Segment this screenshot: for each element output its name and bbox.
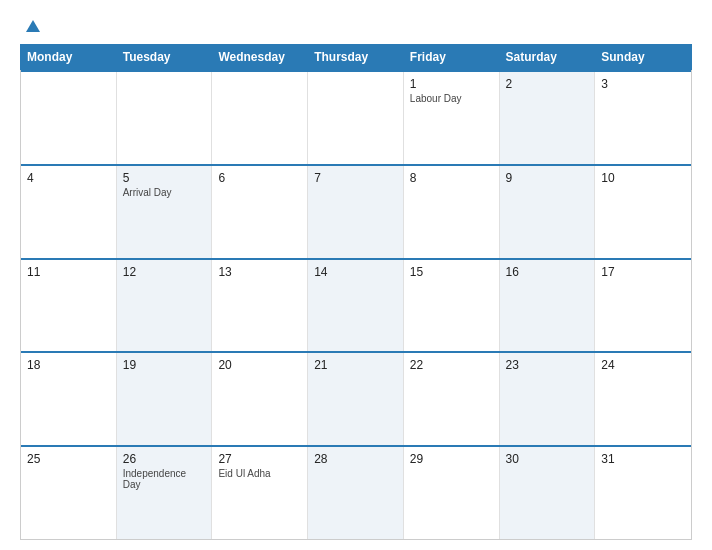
cell-date: 5: [123, 171, 206, 185]
cell-date: 15: [410, 265, 493, 279]
cell-date: 12: [123, 265, 206, 279]
cell-date: 1: [410, 77, 493, 91]
calendar-cell: 21: [308, 353, 404, 445]
calendar-cell: [308, 72, 404, 164]
calendar-cell: 2: [500, 72, 596, 164]
calendar-cell: 22: [404, 353, 500, 445]
calendar-cell: 26Independence Day: [117, 447, 213, 539]
cell-date: 25: [27, 452, 110, 466]
logo: [20, 18, 42, 36]
calendar: Monday Tuesday Wednesday Thursday Friday…: [20, 44, 692, 540]
calendar-cell: [212, 72, 308, 164]
calendar-cell: 4: [21, 166, 117, 258]
calendar-cell: 29: [404, 447, 500, 539]
cell-date: 16: [506, 265, 589, 279]
header-monday: Monday: [21, 45, 117, 69]
cell-date: 10: [601, 171, 685, 185]
header-wednesday: Wednesday: [212, 45, 308, 69]
calendar-cell: 10: [595, 166, 691, 258]
cell-date: 19: [123, 358, 206, 372]
cell-date: 22: [410, 358, 493, 372]
calendar-week-3: 11121314151617: [21, 258, 691, 352]
cell-date: 17: [601, 265, 685, 279]
calendar-cell: 20: [212, 353, 308, 445]
calendar-week-4: 18192021222324: [21, 351, 691, 445]
cell-date: 4: [27, 171, 110, 185]
calendar-week-1: 1Labour Day23: [21, 70, 691, 164]
calendar-cell: 7: [308, 166, 404, 258]
top-bar: [20, 18, 692, 36]
cell-date: 31: [601, 452, 685, 466]
cell-date: 3: [601, 77, 685, 91]
cell-event: Labour Day: [410, 93, 493, 104]
calendar-cell: 23: [500, 353, 596, 445]
cell-date: 24: [601, 358, 685, 372]
calendar-week-5: 2526Independence Day27Eid Ul Adha2829303…: [21, 445, 691, 539]
calendar-cell: 3: [595, 72, 691, 164]
calendar-cell: 6: [212, 166, 308, 258]
calendar-cell: 5Arrival Day: [117, 166, 213, 258]
cell-date: 9: [506, 171, 589, 185]
calendar-cell: 30: [500, 447, 596, 539]
calendar-cell: 1Labour Day: [404, 72, 500, 164]
calendar-cell: 14: [308, 260, 404, 352]
cell-event: Arrival Day: [123, 187, 206, 198]
calendar-cell: 19: [117, 353, 213, 445]
cell-date: 7: [314, 171, 397, 185]
cell-date: 18: [27, 358, 110, 372]
cell-date: 6: [218, 171, 301, 185]
cell-date: 29: [410, 452, 493, 466]
calendar-cell: 16: [500, 260, 596, 352]
header-tuesday: Tuesday: [117, 45, 213, 69]
header-saturday: Saturday: [500, 45, 596, 69]
calendar-cell: 17: [595, 260, 691, 352]
calendar-cell: 31: [595, 447, 691, 539]
cell-date: 13: [218, 265, 301, 279]
cell-date: 20: [218, 358, 301, 372]
cell-date: 11: [27, 265, 110, 279]
calendar-cell: [21, 72, 117, 164]
cell-date: 30: [506, 452, 589, 466]
header-sunday: Sunday: [595, 45, 691, 69]
svg-marker-0: [26, 20, 40, 32]
calendar-cell: 12: [117, 260, 213, 352]
cell-date: 23: [506, 358, 589, 372]
calendar-cell: [117, 72, 213, 164]
header-friday: Friday: [404, 45, 500, 69]
cell-date: 14: [314, 265, 397, 279]
calendar-page: Monday Tuesday Wednesday Thursday Friday…: [0, 0, 712, 550]
calendar-week-2: 45Arrival Day678910: [21, 164, 691, 258]
cell-date: 28: [314, 452, 397, 466]
calendar-cell: 13: [212, 260, 308, 352]
calendar-cell: 11: [21, 260, 117, 352]
cell-date: 2: [506, 77, 589, 91]
calendar-cell: 28: [308, 447, 404, 539]
calendar-cell: 8: [404, 166, 500, 258]
header-thursday: Thursday: [308, 45, 404, 69]
logo-icon: [24, 18, 42, 36]
cell-event: Eid Ul Adha: [218, 468, 301, 479]
cell-date: 26: [123, 452, 206, 466]
calendar-header: Monday Tuesday Wednesday Thursday Friday…: [20, 44, 692, 70]
calendar-body: 1Labour Day2345Arrival Day67891011121314…: [20, 70, 692, 540]
calendar-cell: 9: [500, 166, 596, 258]
cell-date: 21: [314, 358, 397, 372]
calendar-cell: 18: [21, 353, 117, 445]
cell-date: 27: [218, 452, 301, 466]
calendar-cell: 24: [595, 353, 691, 445]
cell-date: 8: [410, 171, 493, 185]
calendar-cell: 27Eid Ul Adha: [212, 447, 308, 539]
calendar-cell: 15: [404, 260, 500, 352]
cell-event: Independence Day: [123, 468, 206, 490]
calendar-cell: 25: [21, 447, 117, 539]
